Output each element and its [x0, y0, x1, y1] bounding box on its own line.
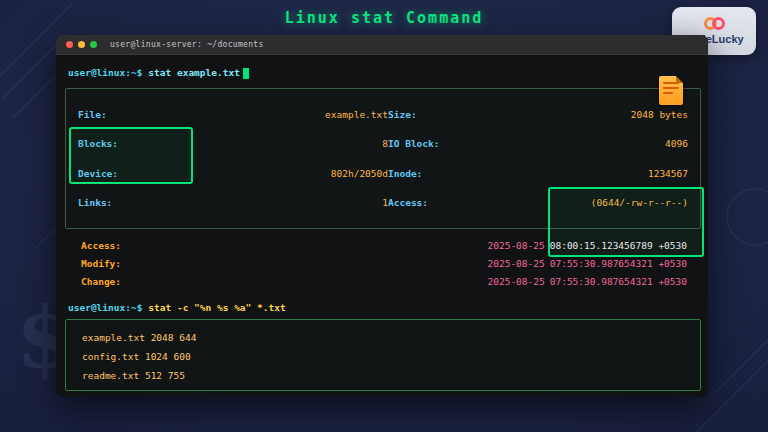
stat-label: Device:: [78, 168, 208, 179]
time-label: Change:: [81, 276, 121, 287]
stat-value: 8: [208, 138, 388, 149]
time-row-change: Change: 2025-08-2507:55:30.987654321 +05…: [65, 272, 701, 290]
time-row-modify: Modify: 2025-08-2507:55:30.987654321 +05…: [65, 254, 701, 272]
close-button[interactable]: [66, 41, 73, 48]
stat-value: 1: [208, 197, 388, 208]
file-icon-line: [663, 87, 679, 89]
file-icon-line: [663, 92, 673, 94]
format-output-box: example.txt 2048 644 config.txt 1024 600…: [65, 319, 701, 391]
minimize-button[interactable]: [78, 41, 85, 48]
terminal-body: user@linux:~$stat example.txt File: exam…: [56, 55, 708, 397]
time-row-access: Access: 2025-08-2508:00:15.123456789 +05…: [65, 236, 701, 254]
stat-value: (0644/-rw-r--r--): [538, 197, 688, 208]
terminal-window: user@linux-server: ~/documents user@linu…: [56, 35, 708, 397]
output-line: config.txt 1024 600: [82, 347, 700, 366]
prompt-label: user@linux:~$: [68, 67, 142, 78]
time-label: Modify:: [81, 258, 121, 269]
time-date: 2025-08-25: [488, 276, 545, 287]
stat-row: Device: 802h/2050d Inode: 1234567: [78, 168, 688, 179]
timestamps-section: Access: 2025-08-2508:00:15.123456789 +05…: [65, 236, 701, 290]
circle-decoration: [726, 188, 768, 246]
stat-label: File:: [78, 109, 208, 120]
canvas: { "page": { "title": "Linux stat Command…: [0, 0, 768, 432]
time-date: 2025-08-25: [488, 258, 545, 269]
command-2-text: stat -c "%n %s %a" *.txt: [148, 302, 285, 313]
stat-value: 802h/2050d: [208, 168, 388, 179]
prompt-label: user@linux:~$: [68, 302, 142, 313]
time-value: 2025-08-2507:55:30.987654321 +0530: [488, 276, 687, 287]
time-value: 2025-08-2508:00:15.123456789 +0530: [488, 240, 687, 251]
command-line-2: user@linux:~$stat -c "%n %s %a" *.txt: [68, 302, 286, 313]
time-value: 2025-08-2507:55:30.987654321 +0530: [488, 258, 687, 269]
page-title: Linux stat Command: [0, 9, 768, 27]
stat-label: Access:: [388, 197, 538, 208]
stat-label: Blocks:: [78, 138, 208, 149]
stat-label: Inode:: [388, 168, 538, 179]
stat-output-box: File: example.txt Size: 2048 bytes Block…: [65, 88, 701, 229]
diagonal-line-decoration: [1, 42, 59, 100]
command-line-1: user@linux:~$stat example.txt: [68, 67, 249, 79]
time-clock: 07:55:30.987654321 +0530: [550, 258, 687, 269]
stat-value: example.txt: [208, 109, 388, 120]
stat-label: Links:: [78, 197, 208, 208]
stat-value: 4096: [538, 138, 688, 149]
time-clock: 07:55:30.987654321 +0530: [550, 276, 687, 287]
output-line: example.txt 2048 644: [82, 328, 700, 347]
maximize-button[interactable]: [90, 41, 97, 48]
cursor-block: [243, 68, 249, 79]
command-1-text: stat example.txt: [148, 67, 240, 78]
stat-value: 1234567: [538, 168, 688, 179]
time-label: Access:: [81, 240, 121, 251]
time-date: 2025-08-25: [488, 240, 545, 251]
stat-value: 2048 bytes: [538, 109, 688, 120]
time-clock: 08:00:15.123456789 +0530: [550, 240, 687, 251]
stat-row: Blocks: 8 IO Block: 4096: [78, 138, 688, 149]
output-line: readme.txt 512 755: [82, 366, 700, 385]
titlebar-title: user@linux-server: ~/documents: [110, 40, 264, 49]
terminal-titlebar: user@linux-server: ~/documents: [56, 35, 708, 55]
infinity-ring-right: [712, 17, 725, 30]
file-icon-line: [663, 82, 679, 84]
file-icon: [659, 76, 683, 105]
stat-label: Size:: [388, 109, 538, 120]
stat-label: IO Block:: [388, 138, 538, 149]
stat-row: Links: 1 Access: (0644/-rw-r--r--): [78, 197, 688, 208]
stat-row: File: example.txt Size: 2048 bytes: [78, 109, 688, 120]
infinity-logo-icon: [704, 17, 725, 30]
